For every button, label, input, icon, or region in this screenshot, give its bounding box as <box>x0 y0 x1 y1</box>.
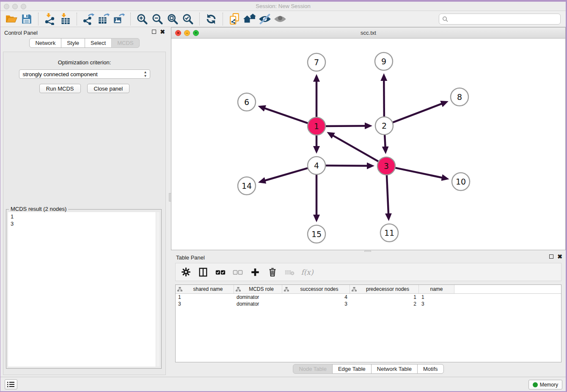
graph-node-15[interactable]: 15 <box>308 225 325 243</box>
tab-network-table[interactable]: Network Table <box>371 364 418 374</box>
delete-table-icon[interactable] <box>285 267 295 277</box>
network-minimize-button[interactable]: – <box>184 30 190 36</box>
table-cell[interactable]: dominator <box>234 301 282 307</box>
tab-motifs[interactable]: Motifs <box>417 364 444 374</box>
graph-node-4[interactable]: 4 <box>308 157 325 174</box>
table-cell[interactable]: 3 <box>176 301 234 307</box>
mcds-result-area[interactable]: 1 3 <box>8 212 160 367</box>
table-row[interactable]: 3dominator323 <box>176 301 561 307</box>
close-panel-icon[interactable]: ✖ <box>160 29 165 34</box>
tab-edge-table[interactable]: Edge Table <box>332 364 372 374</box>
tab-style[interactable]: Style <box>61 38 85 48</box>
table-cell[interactable]: 3 <box>419 301 454 307</box>
network-close-button[interactable]: ✕ <box>175 30 181 36</box>
run-mcds-button[interactable]: Run MCDS <box>39 84 81 93</box>
graph-node-3[interactable]: 3 <box>377 157 395 175</box>
table-cell[interactable]: 1 <box>419 294 454 301</box>
close-panel-button[interactable]: Close panel <box>87 84 130 93</box>
maximize-window-button[interactable] <box>21 4 26 9</box>
result-scrollbar[interactable] <box>156 212 160 367</box>
list-icon <box>7 381 15 387</box>
graph-edge-2-3[interactable] <box>385 134 385 152</box>
graph-edge-3-10[interactable] <box>394 168 447 179</box>
graph-node-7[interactable]: 7 <box>308 53 325 71</box>
show-all-networks-icon[interactable] <box>242 12 257 26</box>
table-cell[interactable]: dominator <box>234 294 282 301</box>
split-pane-icon[interactable] <box>198 267 208 277</box>
zoom-in-icon[interactable] <box>135 12 150 26</box>
graph-edge-1-6[interactable] <box>260 107 309 124</box>
gear-icon[interactable] <box>181 267 191 277</box>
table-cell[interactable]: 3 <box>282 301 350 307</box>
graph-edge-4-14[interactable] <box>261 168 309 182</box>
graph-node-11[interactable]: 11 <box>380 224 398 242</box>
function-builder-icon[interactable]: f(x) <box>302 267 312 277</box>
tab-select[interactable]: Select <box>85 38 112 48</box>
table-cell[interactable]: 4 <box>282 294 350 301</box>
optimization-criterion-select[interactable]: strongly connected component ▲▼ <box>19 69 150 79</box>
table-row[interactable]: 1dominator411 <box>176 294 561 301</box>
table-cell[interactable]: 1 <box>176 294 234 301</box>
network-window-titlebar[interactable]: ✕ – + scc.txt <box>171 28 565 39</box>
hide-visual-properties-icon[interactable] <box>257 12 272 26</box>
tab-network[interactable]: Network <box>29 38 61 48</box>
add-icon[interactable] <box>250 267 260 277</box>
float-panel-icon[interactable] <box>152 30 156 34</box>
copy-network-view-icon[interactable] <box>227 12 242 26</box>
export-table-icon[interactable] <box>96 12 111 26</box>
close-window-button[interactable] <box>4 4 9 9</box>
tab-mcds[interactable]: MCDS <box>111 38 139 48</box>
memory-button[interactable]: Memory <box>528 380 562 389</box>
table-panel-title: Table Panel <box>176 254 205 261</box>
search-input[interactable] <box>450 16 560 23</box>
svg-text:4: 4 <box>314 161 319 170</box>
svg-text:10: 10 <box>456 177 466 186</box>
zoom-out-icon[interactable] <box>150 12 165 26</box>
zoom-selected-icon[interactable] <box>180 12 195 26</box>
search-field[interactable] <box>439 14 561 25</box>
graph-node-9[interactable]: 9 <box>375 52 393 70</box>
column-header-predecessor-nodes[interactable]: predecessor nodes <box>350 285 419 293</box>
import-table-icon[interactable] <box>58 12 73 26</box>
network-maximize-button[interactable]: + <box>193 30 199 36</box>
unselect-all-icon[interactable] <box>233 267 243 277</box>
graph-edge-1-2[interactable] <box>325 126 370 126</box>
dropdown-stepper-icon: ▲▼ <box>144 70 147 78</box>
column-header-mcds-role[interactable]: MCDS role <box>234 285 282 293</box>
network-canvas[interactable]: 1234678910111415 <box>171 39 565 250</box>
column-header-name[interactable]: name <box>419 285 454 293</box>
graph-node-2[interactable]: 2 <box>375 117 393 135</box>
table-cell[interactable]: 1 <box>350 294 419 301</box>
export-image-icon[interactable] <box>111 12 127 26</box>
table-cell[interactable]: 2 <box>350 301 419 307</box>
task-history-button[interactable] <box>5 379 17 389</box>
open-session-icon[interactable] <box>4 12 19 26</box>
column-header-successor-nodes[interactable]: successor nodes <box>282 285 350 293</box>
zoom-fit-icon[interactable] <box>165 12 180 26</box>
graph-node-14[interactable]: 14 <box>238 177 256 195</box>
column-header-shared-name[interactable]: shared name <box>176 285 234 293</box>
tab-node-table[interactable]: Node Table <box>293 364 333 374</box>
show-visual-properties-icon[interactable] <box>272 12 288 26</box>
network-graph[interactable]: 1234678910111415 <box>171 39 565 250</box>
graph-node-10[interactable]: 10 <box>452 173 470 190</box>
graph-node-8[interactable]: 8 <box>451 88 468 106</box>
graph-edge-2-9[interactable] <box>384 76 384 118</box>
select-all-icon[interactable] <box>215 267 226 277</box>
graph-node-1[interactable]: 1 <box>308 117 325 135</box>
graph-edge-3-1[interactable] <box>329 133 380 162</box>
refresh-icon[interactable] <box>204 12 219 26</box>
minimize-window-button[interactable] <box>12 4 18 9</box>
export-network-icon[interactable] <box>81 12 96 26</box>
graph-edge-4-3[interactable] <box>325 166 372 166</box>
graph-node-6[interactable]: 6 <box>238 93 256 111</box>
close-table-panel-icon[interactable]: ✖ <box>557 254 562 259</box>
status-bar: Memory <box>0 377 566 391</box>
graph-edge-3-11[interactable] <box>387 174 389 218</box>
control-panel-title: Control Panel <box>4 30 38 36</box>
trash-icon[interactable] <box>267 267 278 277</box>
graph-edge-2-8[interactable] <box>392 102 446 123</box>
save-session-icon[interactable] <box>19 12 34 26</box>
float-table-panel-icon[interactable] <box>549 254 553 259</box>
import-network-icon[interactable] <box>42 12 58 26</box>
